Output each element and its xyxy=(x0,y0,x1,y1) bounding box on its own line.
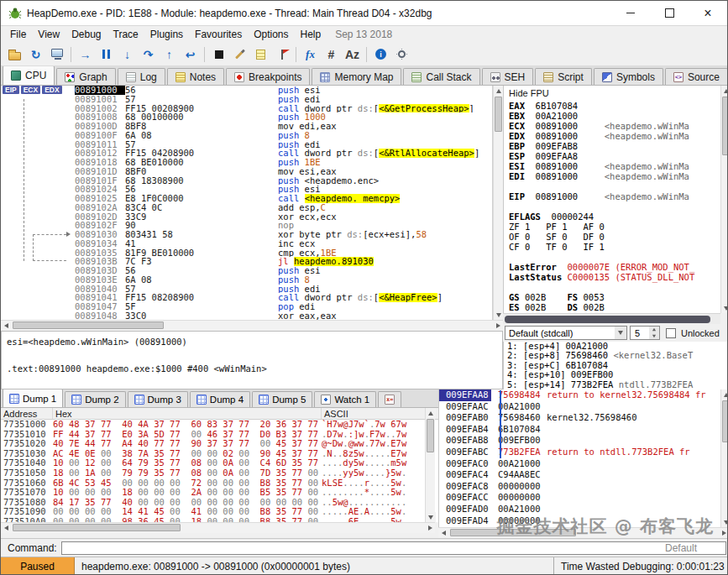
stack-row[interactable]: 009EFAD400000000 xyxy=(439,515,720,527)
register-line[interactable]: EAX 6B107084 xyxy=(504,101,720,111)
disasm-row[interactable]: 0089104833C0xor eax,eax xyxy=(1,311,492,320)
scroll-down-icon[interactable] xyxy=(426,512,436,522)
registers-vertical-scrollbar[interactable] xyxy=(720,86,728,313)
stack-vertical-scrollbar[interactable] xyxy=(720,389,728,527)
scrollbar-thumb[interactable] xyxy=(13,524,181,531)
stack-panel[interactable]: 009EFAA875698484return to kernel32.75698… xyxy=(438,389,720,527)
menu-file[interactable]: File xyxy=(4,27,32,42)
register-line[interactable]: EIP 00891000 <heapdemo.wWinMa xyxy=(504,191,720,201)
register-line[interactable]: OF 0 SF 0 DF 0 xyxy=(504,232,720,242)
step-into-button[interactable]: ↓ xyxy=(118,44,137,64)
pause-button[interactable] xyxy=(97,44,116,64)
menu-view[interactable]: View xyxy=(32,27,65,42)
settings-button[interactable] xyxy=(392,44,411,64)
scroll-left-icon[interactable] xyxy=(438,528,448,538)
register-line[interactable]: ES 002B DS 002B xyxy=(504,302,720,312)
tab-dump-2[interactable]: Dump 2 xyxy=(65,391,125,407)
register-line[interactable]: EBP 009EFAB8 xyxy=(504,141,720,151)
scrollbar-thumb[interactable] xyxy=(722,400,728,442)
register-line[interactable]: EDX 00891000 <heapdemo.wWinMa xyxy=(504,131,720,141)
tab-symbols[interactable]: Symbols xyxy=(594,68,663,85)
disasm-row[interactable]: 0089100F6A 08push 8 xyxy=(1,131,492,140)
stepper-arrows-icon[interactable] xyxy=(649,327,659,339)
scroll-down-icon[interactable] xyxy=(721,517,728,527)
scrollbar-thumb[interactable] xyxy=(427,419,434,452)
trace-button[interactable]: fx xyxy=(301,44,320,64)
comment-button[interactable] xyxy=(251,44,270,64)
register-line[interactable]: EDI 00891000 <heapdemo.wWinMa xyxy=(504,171,720,181)
register-line[interactable] xyxy=(504,252,720,262)
step-out-button[interactable]: ↑ xyxy=(160,44,179,64)
menu-favourites[interactable]: Favourites xyxy=(189,27,248,42)
disassembly-panel[interactable]: EIPECXEDX0089100056push esi0089100157pus… xyxy=(1,86,493,320)
execute-till-return-button[interactable]: ↩ xyxy=(181,44,200,64)
dump-panel[interactable]: AddressHexASCII 7735100060 48 37 77 40 4… xyxy=(1,408,438,522)
restart-button[interactable]: ↻ xyxy=(26,44,45,64)
maximize-button[interactable] xyxy=(650,1,689,25)
register-line[interactable]: CF 0 TF 0 IF 1 xyxy=(504,242,720,252)
stack-horizontal-scrollbar[interactable] xyxy=(438,527,728,538)
register-line[interactable]: ECX 00891000 <heapdemo.wWinMa xyxy=(504,121,720,131)
stack-row[interactable]: 009EFAA875698484return to kernel32.75698… xyxy=(439,389,720,401)
tab-dump-4[interactable]: Dump 4 xyxy=(190,391,250,407)
scrollbar-thumb[interactable] xyxy=(505,316,710,323)
hide-fpu-button[interactable]: Hide FPU xyxy=(504,86,720,101)
menu-debug[interactable]: Debug xyxy=(65,27,107,42)
menu-help[interactable]: Help xyxy=(295,27,327,42)
scroll-down-icon[interactable] xyxy=(721,303,728,313)
disasm-row[interactable]: 0089101D8BF0mov esi,eax xyxy=(1,167,492,176)
dump-vertical-scrollbar[interactable] xyxy=(425,408,435,522)
tab-script[interactable]: Script xyxy=(535,68,592,85)
argument-row[interactable]: 5: [esp+14] 773B2FEA ntdll.773B2FEA xyxy=(504,380,728,389)
tab-source[interactable]: Source xyxy=(665,68,727,85)
hash-button[interactable]: # xyxy=(322,44,341,64)
run-button[interactable]: → xyxy=(76,44,95,64)
tab-seh[interactable]: SEH xyxy=(482,68,534,85)
scroll-right-icon[interactable] xyxy=(719,528,728,538)
command-input[interactable] xyxy=(61,541,726,555)
stack-row[interactable]: 009EFAD000A21000 xyxy=(439,504,720,515)
close-button[interactable] xyxy=(689,1,727,25)
close-button[interactable] xyxy=(47,44,66,64)
stack-row[interactable]: 009EFAC000A21000 xyxy=(439,458,720,470)
register-line[interactable]: ZF 1 PF 1 AF 0 xyxy=(504,222,720,232)
open-file-button[interactable] xyxy=(5,44,24,64)
patch-button[interactable] xyxy=(230,44,249,64)
stack-row[interactable]: 009EFABC773B2FEAreturn to ntdll.773B2FEA… xyxy=(439,447,720,458)
tab-call-stack[interactable]: Call Stack xyxy=(403,68,479,85)
scroll-up-icon[interactable] xyxy=(721,389,728,400)
scroll-right-icon[interactable] xyxy=(493,321,503,331)
register-line[interactable] xyxy=(504,201,720,212)
tab-dump-5[interactable]: Dump 5 xyxy=(252,391,312,407)
highlight-button[interactable]: Az xyxy=(343,44,362,64)
step-over-button[interactable]: ↷ xyxy=(139,44,158,64)
register-line[interactable]: LastError 0000007E (ERROR_MOD_NOT_ xyxy=(504,262,720,272)
register-line[interactable]: ESI 00891000 <heapdemo.wWinMa xyxy=(504,161,720,171)
dump-horizontal-scrollbar[interactable] xyxy=(1,522,435,533)
breakpoint-flag-button[interactable] xyxy=(272,44,291,64)
scroll-left-icon[interactable] xyxy=(1,523,11,533)
scroll-right-icon[interactable] xyxy=(425,523,435,533)
register-line[interactable] xyxy=(504,181,720,191)
info-button[interactable] xyxy=(371,44,390,64)
disasm-horizontal-scrollbar[interactable] xyxy=(1,320,503,331)
disasm-row[interactable]: 0089103E6A 08push 8 xyxy=(1,275,492,285)
scrollbar-thumb[interactable] xyxy=(495,97,502,132)
stack-row[interactable]: 009EFAC4C94AA8EC xyxy=(439,469,720,481)
menu-plugins[interactable]: Plugins xyxy=(144,27,189,42)
register-line[interactable]: ESP 009EFAA8 xyxy=(504,151,720,161)
tab-dump-3[interactable]: Dump 3 xyxy=(128,391,188,407)
tab-log[interactable]: Log xyxy=(118,68,165,85)
tab-memory-map[interactable]: Memory Map xyxy=(312,68,401,85)
minimize-button[interactable] xyxy=(611,1,650,25)
register-line[interactable] xyxy=(504,282,720,292)
chevron-down-icon[interactable] xyxy=(615,327,626,339)
scrollbar-thumb[interactable] xyxy=(13,321,164,329)
register-line[interactable]: EFLAGS 00000244 xyxy=(504,212,720,222)
menu-options[interactable]: Options xyxy=(248,27,294,42)
calling-convention-select[interactable]: Default (stdcall) xyxy=(505,326,627,340)
tab-watch-1[interactable]: Watch 1 xyxy=(314,391,376,407)
stack-row[interactable]: 009EFAC800000000 xyxy=(439,481,720,493)
menu-trace[interactable]: Trace xyxy=(107,27,144,42)
scrollbar-thumb[interactable] xyxy=(722,97,728,155)
